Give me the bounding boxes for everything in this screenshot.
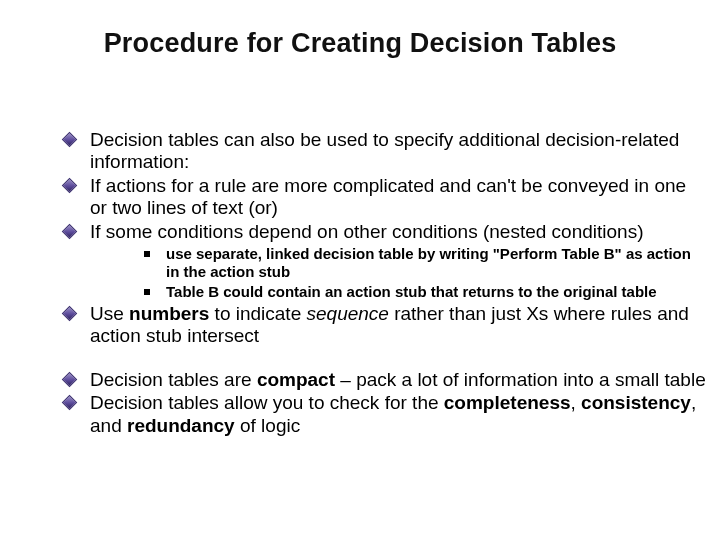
bullet-item: Use numbers to indicate sequence rather … (64, 303, 708, 348)
bullet-text-fragment: Decision tables allow you to check for t… (90, 392, 444, 413)
bullet-text: Decision tables can also be used to spec… (90, 129, 679, 172)
bullet-text: If some conditions depend on other condi… (90, 221, 643, 242)
bullet-text-fragment: , (571, 392, 582, 413)
bullet-text-bold: compact (257, 369, 335, 390)
bullet-list: Decision tables can also be used to spec… (6, 129, 714, 348)
bullet-item: If some conditions depend on other condi… (64, 221, 708, 301)
sub-bullet-item: use separate, linked decision table by w… (144, 245, 708, 282)
slide: Procedure for Creating Decision Tables D… (0, 0, 720, 540)
sub-bullet-text: use separate, linked decision table by w… (166, 245, 691, 280)
bullet-text-bold: completeness (444, 392, 571, 413)
bullet-text-fragment: Decision tables are (90, 369, 257, 390)
bullet-list: Decision tables are compact – pack a lot… (6, 369, 714, 437)
spacer (6, 349, 714, 369)
bullet-item: Decision tables allow you to check for t… (64, 392, 708, 437)
bullet-text-fragment: – pack a lot of information into a small… (335, 369, 706, 390)
bullet-item: Decision tables can also be used to spec… (64, 129, 708, 174)
sub-bullet-list: use separate, linked decision table by w… (90, 245, 708, 301)
bullet-text-fragment: to indicate (209, 303, 306, 324)
bullet-text-fragment: Use (90, 303, 129, 324)
bullet-text-fragment: of logic (235, 415, 300, 436)
bullet-text-italic: sequence (307, 303, 389, 324)
bullet-item: Decision tables are compact – pack a lot… (64, 369, 708, 391)
slide-title: Procedure for Creating Decision Tables (6, 28, 714, 59)
sub-bullet-text: Table B could contain an action stub tha… (166, 283, 657, 300)
bullet-item: If actions for a rule are more complicat… (64, 175, 708, 220)
sub-bullet-item: Table B could contain an action stub tha… (144, 283, 708, 301)
bullet-text-bold: numbers (129, 303, 209, 324)
bullet-text-bold: consistency (581, 392, 691, 413)
bullet-text-bold: redundancy (127, 415, 235, 436)
bullet-text: If actions for a rule are more complicat… (90, 175, 686, 218)
